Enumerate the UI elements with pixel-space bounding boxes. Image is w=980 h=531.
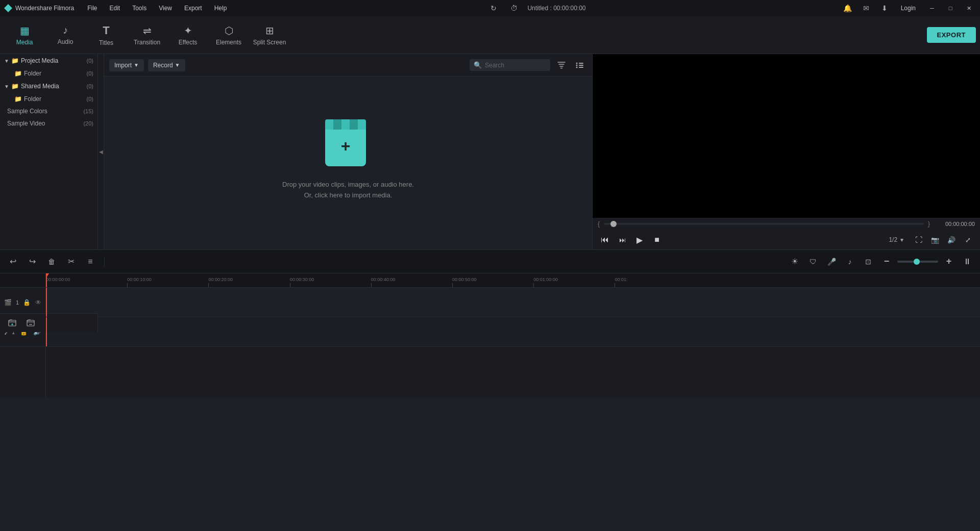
transition-tab-icon: ⇌ (143, 24, 152, 37)
clapboard-icon: + (325, 125, 366, 166)
stop-button[interactable]: ■ (650, 233, 664, 247)
menu-item-export[interactable]: Export (179, 4, 207, 13)
menu-item-edit[interactable]: Edit (105, 4, 126, 13)
ruler-line (452, 283, 453, 287)
mail-icon[interactable]: ✉ (859, 3, 873, 14)
menu-item-help[interactable]: Help (209, 4, 232, 13)
sidebar-item-project-media[interactable]: ▼ 📁 Project Media (0) (0, 54, 97, 67)
video-track-lock-button[interactable]: 🔒 (23, 298, 31, 307)
undo-button[interactable]: ↩ (5, 255, 20, 269)
volume-button[interactable]: 🔊 (944, 233, 959, 247)
svg-point-3 (576, 64, 578, 66)
video-track-icon: 🎬 (4, 299, 12, 306)
filter-icon[interactable] (554, 58, 569, 72)
ruler-line (371, 283, 372, 287)
login-button[interactable]: Login (896, 4, 921, 13)
drop-instructions: Drop your video clips, images, or audio … (282, 180, 414, 201)
play-button[interactable]: ▶ (632, 233, 647, 247)
close-button[interactable]: ✕ (962, 3, 976, 14)
preview-controls: ⏮ ⏭ ▶ ■ 1/2 ▼ ⛶ 📷 🔊 ⤢ (593, 230, 980, 249)
fullscreen-button[interactable]: ⛶ (912, 233, 926, 247)
pip-button[interactable]: ⊡ (861, 255, 876, 269)
seek-in-bracket[interactable]: { (598, 220, 600, 227)
sidebar-item-shared-media[interactable]: ▼ 📁 Shared Media (0) (0, 80, 97, 93)
tab-elements[interactable]: ⬡ Elements (208, 19, 249, 52)
menu-item-tools[interactable]: Tools (127, 4, 152, 13)
playhead-ruler-line (46, 273, 47, 287)
tab-titles[interactable]: T Titles (86, 19, 127, 52)
redo-button[interactable]: ↪ (24, 255, 40, 269)
elements-tab-label: Elements (216, 39, 241, 46)
clapboard-plus-icon: + (341, 138, 351, 154)
sidebar-footer (0, 313, 98, 332)
effects-tab-icon: ✦ (184, 24, 192, 37)
prev-frame-button[interactable]: ⏮ (598, 233, 612, 247)
enhance-button[interactable]: ☀ (787, 255, 802, 269)
tab-media[interactable]: ▦ Media (4, 19, 45, 52)
project-folder-label: Folder (24, 70, 41, 77)
ruler-line (533, 283, 534, 287)
record-button[interactable]: Record ▼ (148, 59, 185, 71)
refresh-icon[interactable]: ↻ (486, 3, 501, 14)
seek-thumb[interactable] (610, 221, 617, 227)
tab-splitscreen[interactable]: ⊞ Split Screen (249, 19, 290, 52)
voiceover-button[interactable]: 🎤 (824, 255, 839, 269)
zoom-out-button[interactable]: − (879, 255, 894, 269)
menu-item-file[interactable]: File (82, 4, 102, 13)
ruler-label: 00:01:00:00 (533, 277, 558, 282)
elements-tab-icon: ⬡ (225, 24, 233, 37)
audio-detach-button[interactable]: ♪ (842, 255, 857, 269)
sidebar-collapse-handle[interactable]: ◀ (98, 54, 104, 249)
splitscreen-tab-label: Split Screen (253, 39, 286, 46)
tab-transition[interactable]: ⇌ Transition (127, 19, 167, 52)
sidebar-item-sample-colors[interactable]: Sample Colors (15) (0, 105, 97, 117)
cut-button[interactable]: ✂ (63, 255, 79, 269)
properties-button[interactable]: ≡ (83, 255, 98, 269)
speed-selector[interactable]: 1/2 ▼ (889, 236, 904, 243)
play-back-button[interactable]: ⏭ (615, 233, 629, 247)
tab-audio[interactable]: ♪ Audio (45, 19, 86, 52)
grid-options-icon[interactable] (573, 58, 587, 72)
clock-icon[interactable]: ⏱ (507, 3, 521, 14)
expand-button[interactable]: ⤢ (961, 233, 975, 247)
ruler-mark: 00:01: (615, 277, 627, 287)
maximize-button[interactable]: □ (943, 3, 958, 14)
video-track-visibility-button[interactable]: 👁 (35, 298, 41, 307)
menu-item-view[interactable]: View (154, 4, 177, 13)
seek-out-bracket[interactable]: } (928, 220, 930, 227)
sidebar-item-shared-folder[interactable]: 📁 Folder (0) (0, 93, 97, 105)
ruler-spacer (0, 273, 45, 288)
audio-track-row[interactable] (46, 317, 980, 347)
zoom-slider-thumb[interactable] (914, 259, 920, 265)
audio-tab-icon: ♪ (63, 24, 68, 36)
shield-button[interactable]: 🛡 (805, 255, 821, 269)
notification-icon[interactable]: 🔔 (841, 3, 855, 14)
svg-rect-7 (579, 67, 583, 68)
minimize-button[interactable]: ─ (925, 3, 939, 14)
export-button[interactable]: EXPORT (927, 27, 976, 43)
seek-bar[interactable] (604, 223, 924, 225)
delete-button[interactable]: 🗑 (44, 255, 59, 269)
speed-chevron-icon: ▼ (899, 237, 904, 243)
remove-folder-button[interactable] (24, 317, 37, 329)
project-media-count: (0) (87, 58, 93, 64)
shared-media-count: (0) (87, 83, 93, 89)
project-title: Untitled : 00:00:00:00 (527, 5, 585, 12)
add-folder-button[interactable] (6, 317, 18, 329)
media-content[interactable]: + Drop your video clips, images, or audi… (104, 77, 592, 249)
zoom-in-button[interactable]: + (941, 255, 957, 269)
search-icon: 🔍 (474, 61, 482, 69)
sidebar-item-project-folder[interactable]: 📁 Folder (0) (0, 67, 97, 80)
search-input[interactable] (485, 62, 546, 69)
import-button[interactable]: Import ▼ (109, 59, 144, 71)
timeline-pause-button[interactable]: ⏸ (960, 255, 975, 269)
ruler-label: 00:00:10:00 (127, 277, 152, 282)
download-icon[interactable]: ⬇ (877, 3, 892, 14)
video-track-row[interactable] (46, 288, 980, 317)
tab-effects[interactable]: ✦ Effects (167, 19, 208, 52)
ruler-mark: 00:00:50:00 (452, 277, 477, 287)
snapshot-button[interactable]: 📷 (928, 233, 942, 247)
record-chevron-icon: ▼ (175, 62, 180, 68)
sidebar-item-sample-video[interactable]: Sample Video (20) (0, 117, 97, 130)
zoom-slider[interactable] (897, 261, 938, 263)
